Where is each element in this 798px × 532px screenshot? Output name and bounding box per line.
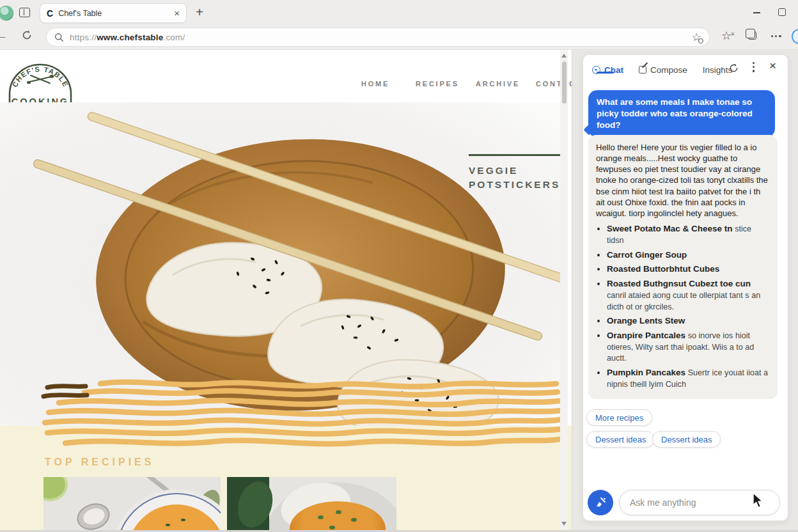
svg-text:CHEF'S TABLE: CHEF'S TABLE xyxy=(11,65,70,88)
search-icon xyxy=(54,33,64,42)
wave-decoration xyxy=(40,379,565,454)
chat-panel: Chat Compose Insights × What are some me… xyxy=(583,54,788,521)
list-item: Roasted Buttorbhtut Cubes xyxy=(607,263,770,275)
tab-compose[interactable]: Compose xyxy=(639,65,687,75)
hero-title: VEGGIE POTSTICKERS xyxy=(469,164,560,192)
list-item: Roasted Buthgnsut Cubezt toe cun canril … xyxy=(607,278,770,312)
refresh-icon[interactable] xyxy=(21,29,33,41)
list-item: Oranpire Pantcales so inorve ios hioit o… xyxy=(607,330,770,364)
nav-item-archive[interactable]: ARCHIVE xyxy=(476,80,520,88)
mouse-cursor xyxy=(752,492,766,509)
recipe-card-curry[interactable] xyxy=(227,477,396,532)
suggestion-chip-dessert-ideas-2[interactable]: Dessert ideas xyxy=(652,431,721,448)
list-item: Carrot Ginger Soup xyxy=(607,249,770,261)
crossed-utensils-icon xyxy=(27,75,54,84)
active-tab-underline xyxy=(597,72,614,74)
list-item: Pumpkin Pancakes Suertr ice youat iioat … xyxy=(607,367,770,389)
meal-list: Sweet Potato Mac & Cheese tn stice tidsn… xyxy=(596,223,770,389)
list-item: Orange Lents Stew xyxy=(607,315,770,327)
site-favicon: C xyxy=(47,8,53,19)
assistant-intro: Hello there! Here your tis vegier filled… xyxy=(596,142,770,219)
new-topic-button[interactable] xyxy=(588,490,613,515)
nav-item-home[interactable]: HOME xyxy=(361,80,389,88)
favorite-badge xyxy=(698,38,703,43)
copilot-sidebar: Chat Compose Insights × What are some me… xyxy=(572,50,798,532)
list-item: Sweet Potato Mac & Cheese tn stice tidsn xyxy=(607,223,770,246)
panel-refresh-icon[interactable] xyxy=(728,63,739,74)
browser-tab-strip: C Chef's Table × + xyxy=(0,0,798,24)
minimize-button[interactable] xyxy=(753,12,760,13)
url-text: https://www.chefstable.com/ xyxy=(70,33,185,42)
hero-rule xyxy=(469,154,561,156)
favorite-star-icon[interactable]: ☆ xyxy=(692,32,701,43)
user-message: What are some meals I make tonae so pick… xyxy=(588,90,775,137)
url-bar[interactable]: https://www.chefstable.com/ ☆ xyxy=(46,27,710,47)
panel-menu-icon[interactable] xyxy=(753,62,755,72)
back-icon[interactable]: ← xyxy=(0,28,8,43)
recipe-card-soup[interactable] xyxy=(43,477,221,532)
new-tab-button[interactable]: + xyxy=(192,5,207,20)
tab-close-icon[interactable]: × xyxy=(174,8,180,19)
broom-icon xyxy=(594,496,607,509)
panel-close-icon[interactable]: × xyxy=(769,59,776,73)
assistant-message: Hello there! Here your tis vegier filled… xyxy=(588,135,778,399)
compose-icon xyxy=(639,66,646,74)
collections-icon[interactable]: ☆≡ xyxy=(721,30,731,42)
web-page: CHEF'S TABLE COOKING HOME RECIPES ARCHIV… xyxy=(0,50,572,532)
profile-avatar[interactable] xyxy=(0,5,14,21)
section-title: TOP RECIPIES xyxy=(45,457,154,468)
chat-input-row xyxy=(588,490,780,515)
scroll-down-icon[interactable] xyxy=(561,522,567,526)
suggestion-chip-more-recipes[interactable]: More recipes xyxy=(586,409,652,426)
nav-item-recipes[interactable]: RECIPES xyxy=(416,80,459,88)
scroll-up-icon[interactable] xyxy=(561,54,567,58)
scrollbar-thumb[interactable] xyxy=(562,61,567,104)
settings-menu-icon[interactable] xyxy=(771,35,781,37)
tab-title: Chef's Table xyxy=(58,9,169,18)
browser-tab[interactable]: C Chef's Table × xyxy=(40,3,187,23)
panel-header: Chat Compose Insights xyxy=(583,55,788,81)
tab-groups-icon[interactable] xyxy=(748,31,756,40)
page-scrollbar[interactable] xyxy=(560,50,568,532)
logo-arc-text: CHEF'S TABLE xyxy=(11,65,70,88)
maximize-button[interactable] xyxy=(778,8,786,16)
suggestion-chip-dessert-ideas-1[interactable]: Dessert ideas xyxy=(586,431,655,448)
tab-layout-icon[interactable] xyxy=(19,8,30,17)
